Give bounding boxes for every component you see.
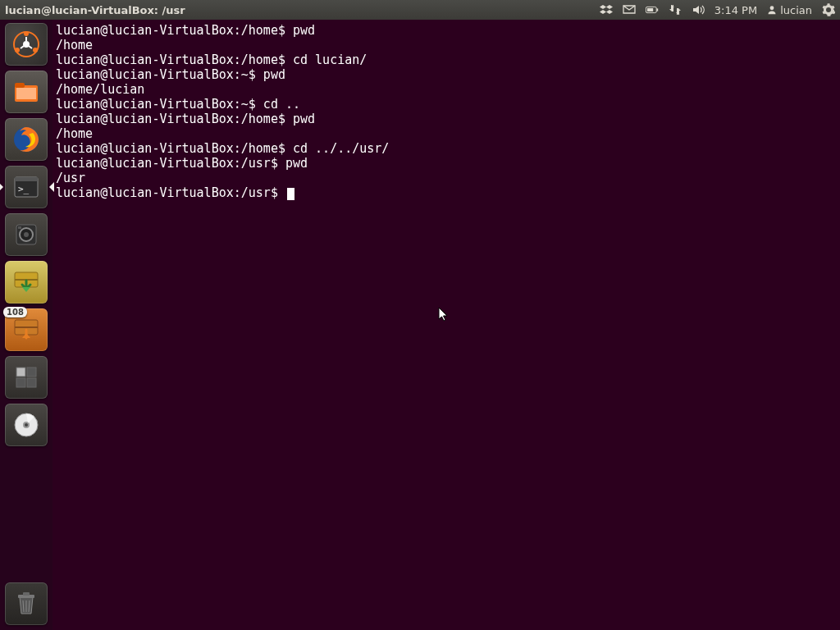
terminal-command: pwd [256,67,285,82]
svg-point-7 [770,6,774,10]
terminal-output-line: /usr [56,171,85,185]
svg-rect-36 [23,592,30,596]
user-indicator-label: lucian [780,4,812,16]
top-menu-bar: lucian@lucian-VirtualBox: /usr 3:14 PM l… [0,0,840,20]
svg-point-22 [24,232,29,237]
terminal-prompt: lucian@lucian-VirtualBox:~$ [56,67,256,82]
terminal-command: cd ../../usr/ [285,141,389,156]
network-indicator-icon[interactable] [664,0,687,20]
dropbox-indicator-icon[interactable] [595,0,618,20]
update-count-badge: 108 [3,307,27,317]
disc-icon[interactable] [5,404,48,446]
svg-marker-2 [600,10,606,14]
files-icon[interactable] [5,71,48,113]
svg-text:>_: >_ [18,184,30,194]
trash-icon[interactable] [5,582,48,625]
firefox-icon[interactable] [5,118,48,161]
clock-indicator[interactable]: 3:14 PM [710,0,762,20]
terminal-command: pwd [285,23,315,38]
sound-indicator-icon[interactable] [687,0,710,20]
terminal-prompt: lucian@lucian-VirtualBox:/usr$ [56,185,278,200]
svg-rect-6 [647,8,653,11]
svg-rect-29 [27,368,36,377]
terminal-output-line: /home/lucian [56,82,144,97]
svg-point-10 [24,31,29,36]
svg-rect-27 [15,326,38,328]
workspace-switcher-icon[interactable] [5,356,48,399]
dash-home-icon[interactable] [5,23,48,66]
svg-rect-15 [16,88,36,99]
terminal-prompt: lucian@lucian-VirtualBox:~$ [56,97,256,112]
terminal-command [278,185,285,200]
terminal-command: cd lucian/ [285,52,367,67]
terminal-command: pwd [285,112,315,126]
backup-icon[interactable] [5,213,48,256]
svg-rect-23 [18,226,21,229]
terminal-command: cd .. [256,97,300,112]
terminal-prompt: lucian@lucian-VirtualBox:/home$ [56,141,285,156]
terminal-output[interactable]: lucian@lucian-VirtualBox:/home$ pwd/home… [52,20,840,630]
terminal-prompt: lucian@lucian-VirtualBox:/usr$ [56,156,278,171]
system-gear-icon[interactable] [817,0,840,20]
svg-marker-0 [600,5,606,9]
svg-point-34 [25,423,28,427]
svg-point-11 [15,48,20,52]
terminal-command: pwd [278,156,308,171]
svg-rect-18 [15,177,38,181]
window-title: lucian@lucian-VirtualBox: /usr [0,4,185,16]
terminal-cursor [287,188,294,200]
terminal-prompt: lucian@lucian-VirtualBox:/home$ [56,112,285,126]
messaging-indicator-icon[interactable] [618,0,641,20]
svg-rect-14 [15,83,25,88]
svg-point-12 [33,48,38,52]
svg-marker-3 [606,10,613,14]
terminal-prompt: lucian@lucian-VirtualBox:/home$ [56,23,285,38]
svg-rect-28 [16,368,25,377]
unity-launcher: >_ 108 [0,20,52,630]
software-updater-icon[interactable]: 108 [5,308,48,351]
svg-rect-30 [16,378,25,387]
terminal-output-line: /home [56,126,93,141]
user-indicator[interactable]: lucian [762,0,817,20]
svg-rect-5 [656,8,658,11]
terminal-prompt: lucian@lucian-VirtualBox:/home$ [56,52,285,67]
terminal-icon[interactable]: >_ [5,166,48,208]
svg-marker-1 [606,5,613,9]
battery-indicator-icon[interactable] [641,0,664,20]
terminal-output-line: /home [56,38,93,52]
svg-rect-31 [27,378,36,387]
download-icon[interactable] [5,261,48,304]
